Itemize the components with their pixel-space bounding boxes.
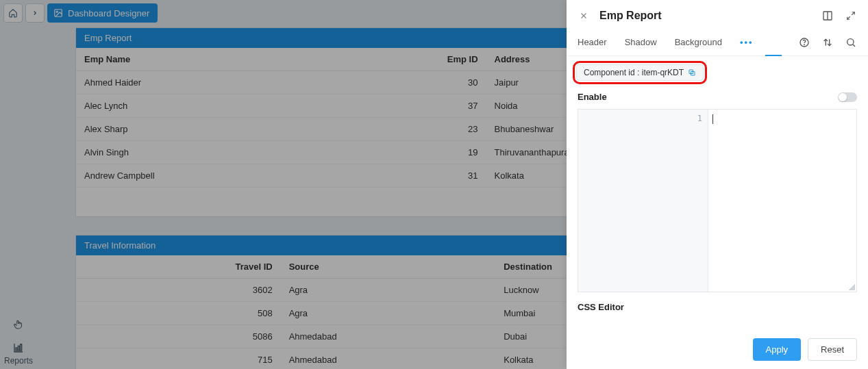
resize-handle[interactable] [848,283,855,290]
home-button[interactable] [3,3,23,23]
panel-header: Emp Report [567,0,868,29]
left-rail: Reports [0,318,37,366]
tab-shadow[interactable]: Shadow [625,29,657,55]
breadcrumb: Dashboard Designer [3,3,158,23]
svg-point-1 [56,11,58,12]
panel-tabs: Header Shadow Background ••• [567,29,868,56]
svg-point-12 [804,44,805,45]
rail-label-reports: Reports [4,356,33,366]
svg-rect-4 [21,344,22,351]
help-icon[interactable] [798,36,810,49]
properties-panel: Emp Report Header Shadow Background ••• … [567,0,868,369]
expand-icon[interactable] [845,10,857,22]
close-icon[interactable] [578,10,590,22]
svg-point-13 [847,38,854,44]
col-emp-id[interactable]: Emp ID [297,48,486,71]
tab-indicator [765,55,782,56]
pointer-icon [12,318,25,331]
enable-label: Enable [578,92,607,102]
css-editor-label: CSS Editor [567,292,868,322]
svg-rect-3 [18,346,19,351]
component-id-chip: Component id : item-qrKDT [576,64,704,81]
svg-rect-2 [16,348,17,351]
component-id-label: Component id : item-qrKDT [584,68,684,77]
enable-row: Enable [567,88,868,109]
rail-item-reports[interactable]: Reports [4,341,33,366]
search-icon[interactable] [845,36,857,49]
breadcrumb-designer-label: Dashboard Designer [68,8,149,18]
svg-line-10 [847,16,850,19]
rail-item-touch[interactable] [12,318,25,331]
copy-icon[interactable] [688,68,696,77]
panel-footer: Apply Reset [567,330,868,369]
enable-toggle[interactable] [838,92,857,102]
reset-button[interactable]: Reset [808,338,857,361]
breadcrumb-designer[interactable]: Dashboard Designer [47,3,158,23]
col-travel-id[interactable]: Travel ID [76,255,281,279]
tab-background[interactable]: Background [675,29,722,55]
panel-title: Emp Report [599,10,812,22]
bar-chart-icon [12,341,25,355]
col-source[interactable]: Source [281,255,496,279]
svg-line-9 [852,12,854,15]
layout-icon[interactable] [821,10,834,22]
sort-icon[interactable] [821,36,834,49]
apply-button[interactable]: Apply [753,338,802,361]
tab-header[interactable]: Header [578,29,607,55]
svg-line-14 [853,44,855,47]
editor-gutter: 1 [578,110,708,292]
image-icon [53,8,64,18]
editor-textarea[interactable] [708,110,856,292]
css-editor[interactable]: 1 [578,109,857,292]
breadcrumb-next-icon[interactable] [25,3,45,23]
col-emp-name[interactable]: Emp Name [76,48,297,71]
tab-more[interactable]: ••• [740,29,754,55]
